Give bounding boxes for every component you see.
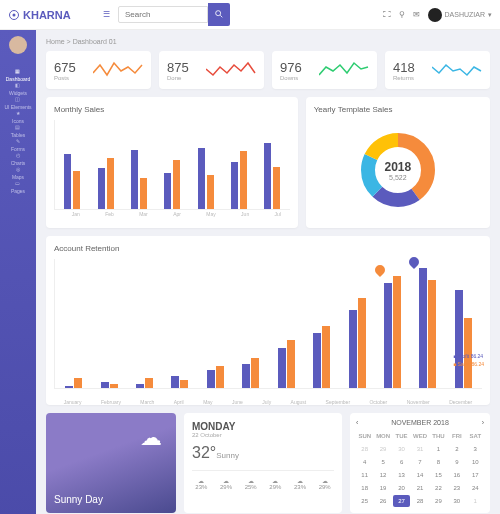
search-input[interactable] [118,6,208,23]
cal-day[interactable]: 7 [411,456,428,468]
weather-small-icon: ☁ [192,477,211,484]
sidebar-icon: ◎ [16,166,20,172]
cal-title: NOVEMBER 2018 [391,419,449,426]
cal-day[interactable]: 18 [356,482,373,494]
calendar: ‹ NOVEMBER 2018 › SUNMONTUEWEDTHUFRISAT2… [350,413,490,513]
cal-day[interactable]: 1 [467,495,484,507]
bar [207,370,215,388]
yearly-sales-card: Yearly Template Sales 2018 5,522 [306,97,490,228]
sidebar-item-tables[interactable]: ▤Tables [4,124,31,138]
mail-icon[interactable]: ✉ [413,10,420,19]
weather-detail: MONDAY 22 October 32°Sunny ☁23%☁29%☁25%☁… [184,413,342,513]
weather-small-icon: ☁ [315,477,334,484]
sidebar-avatar[interactable] [9,36,27,54]
cal-day[interactable]: 30 [448,495,465,507]
cal-day[interactable]: 11 [356,469,373,481]
cal-day[interactable]: 21 [411,482,428,494]
sidebar-item-maps[interactable]: ◎Maps [4,166,31,180]
sidebar-item-ui-elements[interactable]: ◫UI Elements [4,96,31,110]
cal-day[interactable]: 19 [374,482,391,494]
cal-day[interactable]: 2 [448,443,465,455]
expand-icon[interactable]: ⛶ [383,10,391,19]
bar [384,283,392,388]
retention-chart: ■ Profit 86.24 ■ Sales 86.24 [54,259,482,389]
bar [349,310,357,388]
cal-dow: SUN [356,430,373,442]
weather-small-icon: ☁ [291,477,310,484]
bar [64,154,71,209]
sidebar-item-forms[interactable]: ✎Forms [4,138,31,152]
sidebar-item-dashboard[interactable]: ▦Dashboard [4,68,31,82]
bar [164,173,171,209]
sidebar-item-pages[interactable]: ▭Pages [4,180,31,194]
cal-day[interactable]: 27 [393,495,410,507]
cal-next[interactable]: › [482,419,484,426]
cal-day[interactable]: 24 [467,482,484,494]
weather-small-icon: ☁ [217,477,236,484]
brand-text: KHARNA [23,9,71,21]
menu-toggle-icon[interactable]: ☰ [103,10,110,19]
search-icon [214,9,224,19]
cal-day[interactable]: 28 [356,443,373,455]
cal-day[interactable]: 26 [374,495,391,507]
cal-day[interactable]: 6 [393,456,410,468]
sidebar-icon: ▤ [15,124,20,130]
cal-day[interactable]: 23 [448,482,465,494]
bar-group [270,340,303,388]
breadcrumb[interactable]: Home > Dashboard 01 [46,38,490,45]
cal-day[interactable]: 12 [374,469,391,481]
cal-day[interactable]: 5 [374,456,391,468]
cal-day[interactable]: 13 [393,469,410,481]
cal-day[interactable]: 25 [356,495,373,507]
cal-day[interactable]: 31 [411,443,428,455]
bar [173,160,180,209]
cal-day[interactable]: 10 [467,456,484,468]
sidebar-icon: ▭ [15,180,20,186]
bar [107,158,114,209]
bar-group [128,378,161,388]
cal-day[interactable]: 20 [393,482,410,494]
cal-day[interactable]: 14 [411,469,428,481]
forecast-item: ☁29% [217,477,236,490]
svg-point-1 [13,13,16,16]
bar [313,333,321,388]
bar [242,364,250,388]
stat-card: 675Posts [46,51,151,89]
cal-day[interactable]: 16 [448,469,465,481]
bar [322,326,330,388]
cal-prev[interactable]: ‹ [356,419,358,426]
cal-day[interactable]: 1 [430,443,447,455]
logo[interactable]: KHARNA [8,9,103,21]
cal-day[interactable]: 29 [430,495,447,507]
topbar: KHARNA ☰ ⛶ ⚲ ✉ DASHUZIAR ▾ [0,0,500,30]
cal-dow: SAT [467,430,484,442]
search-button[interactable] [208,3,230,26]
cal-day[interactable]: 15 [430,469,447,481]
forecast-item: ☁23% [291,477,310,490]
weather-caption: Sunny Day [54,494,168,505]
chevron-down-icon: ▾ [488,11,492,19]
cal-day[interactable]: 28 [411,495,428,507]
cal-day[interactable]: 3 [467,443,484,455]
sidebar: ▦Dashboard◧Widgets◫UI Elements★Icons▤Tab… [0,30,36,514]
forecast-pct: 29% [315,484,334,490]
sidebar-item-widgets[interactable]: ◧Widgets [4,82,31,96]
sidebar-label: Pages [11,188,25,194]
bar-group [447,290,480,388]
user-menu[interactable]: DASHUZIAR ▾ [428,8,492,22]
sidebar-item-charts[interactable]: ◴Charts [4,152,31,166]
notifications-icon[interactable]: ⚲ [399,10,405,19]
cal-day[interactable]: 4 [356,456,373,468]
sidebar-icon: ◧ [15,82,20,88]
cal-day[interactable]: 17 [467,469,484,481]
map-pin-icon [407,255,421,269]
sidebar-item-icons[interactable]: ★Icons [4,110,31,124]
cal-day[interactable]: 22 [430,482,447,494]
cal-day[interactable]: 8 [430,456,447,468]
cal-day[interactable]: 9 [448,456,465,468]
forecast-item: ☁29% [266,477,285,490]
bar [278,348,286,388]
bar [101,382,109,388]
cal-day[interactable]: 30 [393,443,410,455]
cal-day[interactable]: 29 [374,443,391,455]
